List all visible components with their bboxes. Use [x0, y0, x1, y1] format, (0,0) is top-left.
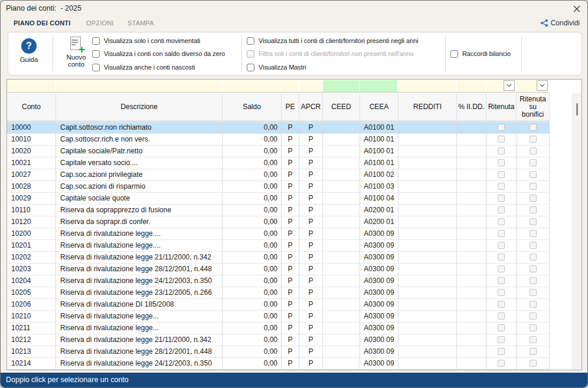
tab-stampa[interactable]: STAMPA [128, 19, 154, 27]
ritenuta-checkbox[interactable] [498, 301, 505, 308]
filter-cell-ceea[interactable] [360, 80, 398, 92]
ritenuta-bonifici-checkbox[interactable] [530, 195, 537, 202]
filter-cell-ritenuta[interactable] [486, 80, 517, 92]
filter-cell-iidd[interactable] [457, 80, 486, 92]
ritenuta-checkbox[interactable] [498, 360, 505, 367]
ritenuta-checkbox[interactable] [498, 195, 505, 202]
ritenuta-checkbox[interactable] [498, 147, 505, 154]
ritenuta-checkbox[interactable] [498, 171, 505, 178]
column-header-apcr[interactable]: APCR [299, 93, 323, 121]
table-row[interactable]: 10010Cap.sottoscr.rich.e non vers.0,00PP… [7, 134, 550, 146]
checkbox-clienti-fornitori[interactable] [247, 37, 254, 45]
ritenuta-checkbox[interactable] [498, 218, 505, 225]
table-row[interactable]: 10028Cap.soc.azioni di risparmio0,00PPA0… [7, 181, 550, 193]
filter-cell-redditi[interactable] [398, 80, 457, 92]
ritenuta-checkbox[interactable] [498, 159, 505, 166]
filter-cell-saldo[interactable] [223, 80, 282, 92]
table-row[interactable]: 10212Riserva di rivalutazione legge 21/1… [7, 334, 550, 346]
column-header-ceea[interactable]: CEEA [360, 93, 398, 121]
column-header-iidd[interactable]: % II.DD. [457, 93, 486, 121]
ritenuta-bonifici-checkbox[interactable] [530, 277, 537, 284]
ritenuta-checkbox[interactable] [498, 136, 505, 143]
ritenuta-bonifici-checkbox[interactable] [530, 136, 537, 143]
ritenuta-checkbox[interactable] [498, 348, 505, 355]
ritenuta-bonifici-checkbox[interactable] [530, 324, 537, 331]
ritenuta-checkbox[interactable] [498, 265, 505, 272]
ritenuta-checkbox[interactable] [498, 230, 505, 237]
table-row[interactable]: 10120Riserva da soprapr.di confer.0,00PP… [7, 216, 550, 228]
ritenuta-bonifici-checkbox[interactable] [530, 254, 537, 261]
table-row[interactable]: 10020Capitale sociale/Patr.netto0,00PPA0… [7, 146, 550, 157]
checkbox-raccordi-bilancio[interactable] [450, 50, 458, 58]
checkbox-mastri[interactable] [247, 64, 254, 71]
ritenuta-bonifici-checkbox[interactable] [530, 242, 537, 249]
ritenuta-checkbox[interactable] [498, 206, 505, 213]
share-button[interactable]: Condividi [540, 19, 580, 27]
ritenuta-bonifici-checkbox[interactable] [530, 265, 537, 272]
table-row[interactable]: 10214Riserva di rivalutazione legge 24/1… [7, 358, 550, 370]
table-row[interactable]: 10202Riserva di rivalutazione legge 21/1… [7, 252, 550, 264]
filter-cell-ritenuta_bonifici[interactable] [517, 80, 550, 92]
table-row[interactable]: 10206Riserva di rivalutazione DI 185/200… [7, 299, 550, 311]
table-row[interactable]: 10110Riserva da soprapprezzo di fusione0… [7, 205, 550, 216]
ritenuta-bonifici-checkbox[interactable] [530, 171, 537, 178]
table-row[interactable]: 10204Riserva di rivalutazione legge 24/1… [7, 275, 550, 287]
column-header-pe[interactable]: PE [282, 93, 299, 121]
ritenuta-bonifici-checkbox[interactable] [530, 360, 537, 367]
tab-opzioni[interactable]: OPZIONI [86, 19, 114, 27]
ritenuta-bonifici-checkbox[interactable] [530, 336, 537, 343]
column-header-saldo[interactable]: Saldo [223, 93, 282, 121]
column-header-redditi[interactable]: REDDITI [398, 93, 457, 121]
ritenuta-bonifici-checkbox[interactable] [530, 218, 537, 225]
column-header-ritenuta_bonifici[interactable]: Ritenuta su bonifici [517, 93, 550, 121]
ritenuta-checkbox[interactable] [498, 124, 505, 131]
ritenuta-bonifici-checkbox[interactable] [530, 147, 537, 154]
table-row[interactable]: 10021Capitale versato socio....0,00PPA01… [7, 157, 550, 169]
table-row[interactable]: 10201Riserva di rivalutazione legge....0… [7, 240, 550, 252]
table-row[interactable]: 10210Riserva di rivalutazione legge...0,… [7, 311, 550, 323]
ritenuta-bonifici-checkbox[interactable] [530, 183, 537, 190]
ritenuta-bonifici-checkbox[interactable] [530, 301, 537, 308]
filter-cell-ceed[interactable] [323, 80, 360, 92]
ritenuta-bonifici-checkbox[interactable] [530, 313, 537, 320]
tab-piano-dei-conti[interactable]: PIANO DEI CONTI [14, 19, 71, 27]
table-row[interactable]: 10200Riserva di rivalutazione legge....0… [7, 228, 550, 240]
checkbox-movimentati[interactable] [92, 37, 100, 45]
filter-cell-pe[interactable] [282, 80, 299, 92]
filter-cell-apcr[interactable] [299, 80, 323, 92]
ritenuta-bonifici-checkbox[interactable] [530, 206, 537, 213]
table-row[interactable]: 10203Riserva di rivalutazione legge 28/1… [7, 264, 550, 275]
ritenuta-bonifici-checkbox[interactable] [530, 159, 537, 166]
checkbox-nascosti[interactable] [92, 64, 100, 71]
column-header-ceed[interactable]: CEED [323, 93, 360, 121]
filter-dropdown-button[interactable] [537, 80, 548, 91]
guida-button[interactable]: ? Guida [12, 38, 45, 63]
checkbox-saldo-diverso[interactable] [92, 50, 100, 58]
filter-dropdown-button[interactable] [504, 80, 515, 91]
table-row[interactable]: 10000Capit.sottoscr.non richiamato0,00PP… [7, 122, 550, 134]
ritenuta-checkbox[interactable] [498, 277, 505, 284]
ritenuta-checkbox[interactable] [498, 242, 505, 249]
vertical-scrollbar[interactable] [572, 93, 582, 370]
filter-cell-conto[interactable] [7, 80, 56, 92]
ritenuta-checkbox[interactable] [498, 289, 505, 296]
table-row[interactable]: 10213Riserva di rivalutazione legge 28/1… [7, 346, 550, 358]
ritenuta-bonifici-checkbox[interactable] [530, 124, 537, 131]
ritenuta-checkbox[interactable] [498, 254, 505, 261]
scrollbar-thumb[interactable] [576, 103, 578, 116]
table-row[interactable]: 10205Riserva di rivalutazione legge 23/1… [7, 287, 550, 299]
ritenuta-bonifici-checkbox[interactable] [530, 230, 537, 237]
column-header-descrizione[interactable]: Descrizione [56, 93, 223, 121]
ritenuta-checkbox[interactable] [498, 183, 505, 190]
close-icon[interactable] [571, 4, 582, 14]
table-row[interactable]: 10027Cap.soc.azioni privilegiate0,00PPA0… [7, 169, 550, 181]
ritenuta-checkbox[interactable] [498, 313, 505, 320]
ritenuta-checkbox[interactable] [498, 336, 505, 343]
ritenuta-bonifici-checkbox[interactable] [530, 289, 537, 296]
ritenuta-bonifici-checkbox[interactable] [530, 348, 537, 355]
filter-cell-descrizione[interactable] [56, 80, 223, 92]
nuovo-conto-button[interactable]: + Nuovo conto [58, 37, 94, 68]
column-header-conto[interactable]: Conto [7, 93, 56, 121]
ritenuta-checkbox[interactable] [498, 324, 505, 331]
column-header-ritenuta[interactable]: Ritenuta [486, 93, 517, 121]
